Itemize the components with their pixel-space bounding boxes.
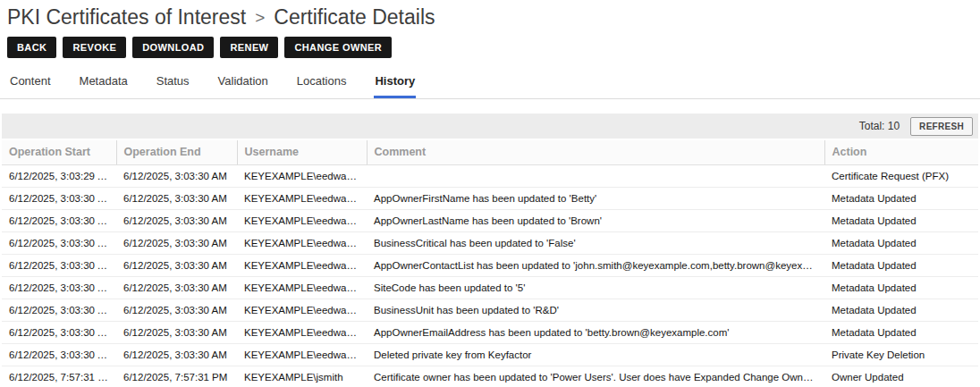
cell-comment: AppOwnerLastName has been updated to 'Br… xyxy=(367,210,824,232)
cell-operation-start: 6/12/2025, 3:03:30 AM xyxy=(2,322,116,344)
cell-comment: Certificate owner has been updated to 'P… xyxy=(367,366,824,387)
breadcrumb-separator-icon: > xyxy=(255,4,265,31)
tab-locations[interactable]: Locations xyxy=(296,71,348,98)
cell-username: KEYEXAMPLE\eedwards xyxy=(237,188,367,210)
cell-username: KEYEXAMPLE\eedwards xyxy=(237,165,367,188)
breadcrumb-root[interactable]: PKI Certificates of Interest xyxy=(7,4,246,30)
column-header-operation-end[interactable]: Operation End xyxy=(116,140,237,165)
cell-username: KEYEXAMPLE\eedwards xyxy=(237,299,367,322)
cell-username: KEYEXAMPLE\eedwards xyxy=(237,277,367,299)
cell-operation-end: 6/12/2025, 3:03:30 AM xyxy=(116,322,237,344)
cell-action: Owner Updated xyxy=(824,366,978,387)
cell-operation-start: 6/12/2025, 3:03:30 AM xyxy=(2,255,116,277)
cell-action: Metadata Updated xyxy=(824,255,978,277)
tab-validation[interactable]: Validation xyxy=(217,71,269,98)
table-row[interactable]: 6/12/2025, 3:03:30 AM 6/12/2025, 3:03:30… xyxy=(2,299,978,322)
column-header-comment[interactable]: Comment xyxy=(367,140,824,165)
cell-operation-end: 6/12/2025, 3:03:30 AM xyxy=(116,299,237,322)
cell-operation-end: 6/12/2025, 3:03:30 AM xyxy=(116,210,237,232)
cell-comment: AppOwnerContactList has been updated to … xyxy=(367,255,824,277)
cell-operation-start: 6/12/2025, 3:03:30 AM xyxy=(2,299,116,322)
cell-operation-start: 6/12/2025, 3:03:29 AM xyxy=(2,165,116,188)
table-row[interactable]: 6/12/2025, 3:03:30 AM 6/12/2025, 3:03:30… xyxy=(2,322,978,344)
action-bar: BACK REVOKE DOWNLOAD RENEW CHANGE OWNER xyxy=(0,30,980,58)
page-header: PKI Certificates of Interest > Certifica… xyxy=(0,0,980,30)
cell-operation-start: 6/12/2025, 3:03:30 AM xyxy=(2,344,116,366)
table-row[interactable]: 6/12/2025, 7:57:31 PM 6/12/2025, 7:57:31… xyxy=(2,366,978,387)
cell-operation-start: 6/12/2025, 7:57:31 PM xyxy=(2,366,116,387)
table-row[interactable]: 6/12/2025, 3:03:30 AM 6/12/2025, 3:03:30… xyxy=(2,210,978,232)
table-header-row: Operation Start Operation End Username C… xyxy=(2,140,978,165)
cell-action: Certificate Request (PFX) xyxy=(824,165,978,188)
table-row[interactable]: 6/12/2025, 3:03:29 AM 6/12/2025, 3:03:30… xyxy=(2,165,978,188)
cell-operation-end: 6/12/2025, 7:57:31 PM xyxy=(116,366,237,387)
cell-operation-end: 6/12/2025, 3:03:30 AM xyxy=(116,255,237,277)
cell-comment: SiteCode has been updated to '5' xyxy=(367,277,824,299)
cell-action: Metadata Updated xyxy=(824,322,978,344)
tab-content[interactable]: Content xyxy=(9,71,52,98)
cell-operation-end: 6/12/2025, 3:03:30 AM xyxy=(116,188,237,210)
tab-history[interactable]: History xyxy=(374,71,416,98)
cell-action: Metadata Updated xyxy=(824,299,978,322)
cell-comment: AppOwnerEmailAddress has been updated to… xyxy=(367,322,824,344)
download-button[interactable]: DOWNLOAD xyxy=(132,37,214,58)
cell-operation-end: 6/12/2025, 3:03:30 AM xyxy=(116,232,237,255)
refresh-button[interactable]: REFRESH xyxy=(910,117,973,136)
revoke-button[interactable]: REVOKE xyxy=(63,37,126,58)
cell-operation-start: 6/12/2025, 3:03:30 AM xyxy=(2,232,116,255)
table-row[interactable]: 6/12/2025, 3:03:30 AM 6/12/2025, 3:03:30… xyxy=(2,188,978,210)
cell-action: Metadata Updated xyxy=(824,232,978,255)
cell-action: Metadata Updated xyxy=(824,210,978,232)
cell-comment: BusinessCritical has been updated to 'Fa… xyxy=(367,232,824,255)
breadcrumb-current: Certificate Details xyxy=(274,4,435,30)
cell-operation-end: 6/12/2025, 3:03:30 AM xyxy=(116,165,237,188)
total-count: Total: 10 xyxy=(859,120,900,132)
cell-username: KEYEXAMPLE\eedwards xyxy=(237,210,367,232)
breadcrumb: PKI Certificates of Interest > Certifica… xyxy=(7,4,973,30)
grid-toolbar: Total: 10 REFRESH xyxy=(2,114,978,139)
tab-status[interactable]: Status xyxy=(156,71,190,98)
back-button[interactable]: BACK xyxy=(7,37,56,58)
column-header-action[interactable]: Action xyxy=(824,140,978,165)
tab-metadata[interactable]: Metadata xyxy=(79,71,129,98)
cell-username: KEYEXAMPLE\eedwards xyxy=(237,232,367,255)
cell-operation-start: 6/12/2025, 3:03:30 AM xyxy=(2,210,116,232)
cell-operation-end: 6/12/2025, 3:03:30 AM xyxy=(116,344,237,366)
cell-username: KEYEXAMPLE\eedwards xyxy=(237,322,367,344)
column-header-operation-start[interactable]: Operation Start xyxy=(2,140,116,165)
cell-comment xyxy=(367,165,824,188)
cell-username: KEYEXAMPLE\eedwards xyxy=(237,344,367,366)
change-owner-button[interactable]: CHANGE OWNER xyxy=(284,37,392,58)
cell-operation-start: 6/12/2025, 3:03:30 AM xyxy=(2,277,116,299)
cell-action: Metadata Updated xyxy=(824,188,978,210)
cell-action: Metadata Updated xyxy=(824,277,978,299)
cell-comment: Deleted private key from Keyfactor xyxy=(367,344,824,366)
cell-operation-start: 6/12/2025, 3:03:30 AM xyxy=(2,188,116,210)
cell-operation-end: 6/12/2025, 3:03:30 AM xyxy=(116,277,237,299)
renew-button[interactable]: RENEW xyxy=(220,37,278,58)
table-row[interactable]: 6/12/2025, 3:03:30 AM 6/12/2025, 3:03:30… xyxy=(2,232,978,255)
table-row[interactable]: 6/12/2025, 3:03:30 AM 6/12/2025, 3:03:30… xyxy=(2,255,978,277)
cell-username: KEYEXAMPLE\jsmith xyxy=(237,366,367,387)
history-grid: Operation Start Operation End Username C… xyxy=(2,140,978,387)
cell-comment: AppOwnerFirstName has been updated to 'B… xyxy=(367,188,824,210)
table-row[interactable]: 6/12/2025, 3:03:30 AM 6/12/2025, 3:03:30… xyxy=(2,277,978,299)
cell-comment: BusinessUnit has been updated to 'R&D' xyxy=(367,299,824,322)
column-header-username[interactable]: Username xyxy=(237,140,367,165)
table-row[interactable]: 6/12/2025, 3:03:30 AM 6/12/2025, 3:03:30… xyxy=(2,344,978,366)
cell-username: KEYEXAMPLE\eedwards xyxy=(237,255,367,277)
cell-action: Private Key Deletion xyxy=(824,344,978,366)
tab-bar: Content Metadata Status Validation Locat… xyxy=(0,58,980,99)
